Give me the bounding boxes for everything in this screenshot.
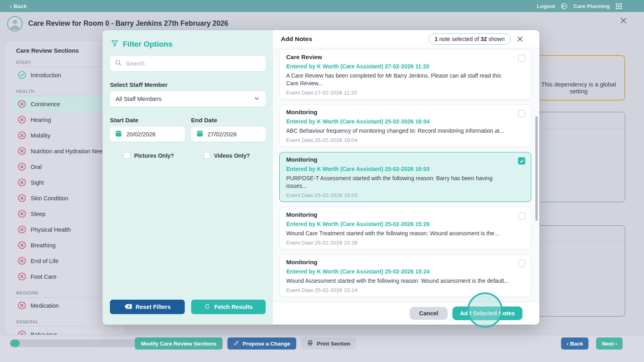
print-section-button[interactable]: Print Section bbox=[301, 337, 356, 350]
note-event-date: Event Date:27-02-2026 11:20 bbox=[286, 90, 512, 96]
start-date-label: Start Date bbox=[110, 117, 185, 123]
note-checkbox[interactable] bbox=[518, 157, 525, 165]
page-close-icon[interactable] bbox=[620, 17, 627, 24]
note-card[interactable]: Monitoring Entered by K Worth (Care Assi… bbox=[279, 152, 531, 202]
chevron-down-icon bbox=[254, 95, 260, 103]
next-button[interactable]: Next › bbox=[596, 337, 623, 350]
note-entered-by: Entered by K Worth (Care Assistant) 25-0… bbox=[286, 268, 512, 275]
end-date-label: End Date bbox=[191, 117, 266, 123]
note-title: Monitoring bbox=[286, 259, 512, 265]
back-button[interactable]: ‹ Back bbox=[561, 337, 589, 350]
note-entered-by: Entered by K Worth (Care Assistant) 25-0… bbox=[286, 166, 512, 172]
printer-icon bbox=[307, 340, 313, 347]
sidebar-item-label: End of Life bbox=[31, 258, 58, 264]
sidebar-item-label: Continence bbox=[31, 101, 60, 107]
note-event-date: Event Date:25-02-2026 16:03 bbox=[286, 192, 512, 198]
note-checkbox[interactable] bbox=[518, 55, 525, 62]
topbar-back-button[interactable]: ‹ Back bbox=[10, 3, 27, 9]
search-box bbox=[110, 56, 266, 71]
resident-avatar bbox=[7, 16, 23, 31]
notes-scrollbar-thumb[interactable] bbox=[535, 116, 538, 221]
sidebar-item-label: Hearing bbox=[31, 117, 51, 123]
reset-filters-button[interactable]: Reset Filters bbox=[110, 300, 185, 314]
sidebar-item-label: Behaviour bbox=[31, 331, 57, 335]
filter-options-title: Filter Options bbox=[123, 40, 173, 49]
shown-count: 32 bbox=[481, 36, 487, 42]
add-notes-title: Add Notes bbox=[281, 35, 312, 43]
sidebar-item-label: Breathing bbox=[31, 242, 56, 249]
calendar-icon bbox=[196, 130, 204, 139]
check-circle-icon bbox=[18, 71, 26, 79]
sidebar-item-label: Physical Health bbox=[31, 226, 71, 233]
badge-text: note selected of bbox=[438, 36, 481, 42]
sidebar-item-label: Mobility bbox=[31, 132, 50, 139]
videos-only-label: Videos Only? bbox=[214, 152, 250, 159]
x-circle-icon bbox=[18, 330, 26, 335]
start-date-field[interactable] bbox=[110, 127, 185, 142]
end-date-field[interactable] bbox=[191, 127, 266, 142]
x-circle-icon bbox=[18, 241, 26, 249]
sidebar-item-label: Medication bbox=[31, 302, 59, 309]
note-card[interactable]: Monitoring Entered by K Worth (Care Assi… bbox=[279, 105, 531, 147]
search-input[interactable] bbox=[126, 60, 261, 67]
selected-count: 1 bbox=[435, 36, 438, 42]
modify-care-review-sections-button[interactable]: Modify Care Review Sections bbox=[135, 337, 223, 350]
note-card[interactable]: Care Review Entered by K Worth (Care Ass… bbox=[279, 49, 531, 99]
x-circle-icon bbox=[18, 162, 26, 171]
sidebar-item-label: Skin Condition bbox=[31, 195, 68, 202]
x-circle-icon bbox=[18, 225, 26, 234]
top-bar: ‹ Back Logout Care Planning bbox=[0, 0, 644, 12]
care-planning-app: ‹ Back Logout Care Planning Car bbox=[0, 0, 644, 362]
fetch-results-button[interactable]: Fetch Results bbox=[191, 300, 266, 314]
note-card[interactable]: Monitoring Entered by K Worth (Care Assi… bbox=[279, 207, 531, 249]
selection-count-badge: 1 note selected of 32 shown bbox=[429, 33, 511, 45]
note-event-date: Event Date:25-02-2026 15:24 bbox=[286, 287, 512, 293]
background-card bbox=[532, 112, 625, 202]
filter-funnel-icon bbox=[111, 39, 119, 49]
panel-divider bbox=[533, 128, 624, 129]
add-notes-modal: Filter Options Select Staff Member All S… bbox=[103, 30, 539, 325]
cancel-button[interactable]: Cancel bbox=[410, 307, 448, 320]
fetch-results-label: Fetch Results bbox=[214, 304, 252, 310]
sidebar-item-behaviour[interactable]: Behaviour bbox=[12, 327, 121, 335]
note-checkbox[interactable] bbox=[518, 110, 525, 117]
x-circle-icon bbox=[18, 194, 26, 202]
pencil-icon bbox=[233, 340, 239, 347]
add-selected-notes-button[interactable]: Add Selected Notes bbox=[452, 306, 522, 320]
note-checkbox[interactable] bbox=[518, 260, 525, 267]
background-card bbox=[532, 225, 625, 317]
staff-member-value: All Staff Members bbox=[116, 96, 254, 102]
dependency-text: This dependency is a global setting bbox=[533, 81, 624, 95]
note-card[interactable]: Monitoring Entered by K Worth (Care Assi… bbox=[279, 255, 531, 297]
x-circle-icon bbox=[18, 178, 26, 187]
pictures-only-label: Pictures Only? bbox=[134, 152, 174, 159]
x-circle-icon bbox=[18, 301, 26, 310]
staff-member-select[interactable]: All Staff Members bbox=[110, 91, 266, 107]
bottom-action-bar: Modify Care Review Sections Propose a Ch… bbox=[0, 335, 644, 362]
backspace-icon bbox=[124, 304, 132, 311]
note-event-date: Event Date:25-02-2026 16:04 bbox=[286, 137, 512, 143]
note-title: Care Review bbox=[286, 53, 512, 60]
sidebar-item-label: Nutrition and Hydration Needs bbox=[31, 148, 109, 154]
staff-member-label: Select Staff Member bbox=[110, 81, 266, 88]
panel-divider bbox=[533, 75, 624, 76]
videos-only-checkbox[interactable] bbox=[204, 152, 211, 159]
pictures-only-checkbox[interactable] bbox=[124, 152, 130, 159]
end-date-input[interactable] bbox=[208, 131, 261, 138]
note-checkbox[interactable] bbox=[518, 212, 525, 220]
note-entered-by: Entered by K Worth (Care Assistant) 25-0… bbox=[286, 221, 512, 227]
apps-grid-icon[interactable] bbox=[615, 3, 622, 10]
start-date-input[interactable] bbox=[126, 131, 180, 138]
logout-button[interactable]: Logout bbox=[537, 3, 555, 9]
add-notes-panel: Add Notes 1 note selected of 32 shown Ca… bbox=[273, 30, 539, 325]
logout-icon[interactable] bbox=[561, 3, 568, 10]
notes-list: Care Review Entered by K Worth (Care Ass… bbox=[273, 48, 539, 302]
modal-close-icon[interactable] bbox=[517, 36, 523, 42]
filter-options-panel: Filter Options Select Staff Member All S… bbox=[103, 30, 273, 325]
propose-a-change-button[interactable]: Propose a Change bbox=[227, 337, 297, 350]
panel-divider bbox=[533, 241, 624, 241]
dependency-panel: This dependency is a global setting bbox=[532, 55, 625, 101]
app-name: Care Planning bbox=[573, 3, 610, 9]
reset-filters-label: Reset Filters bbox=[136, 304, 171, 310]
page-title: Care Review for Room 0 - Barry Jenkins 2… bbox=[28, 19, 228, 28]
